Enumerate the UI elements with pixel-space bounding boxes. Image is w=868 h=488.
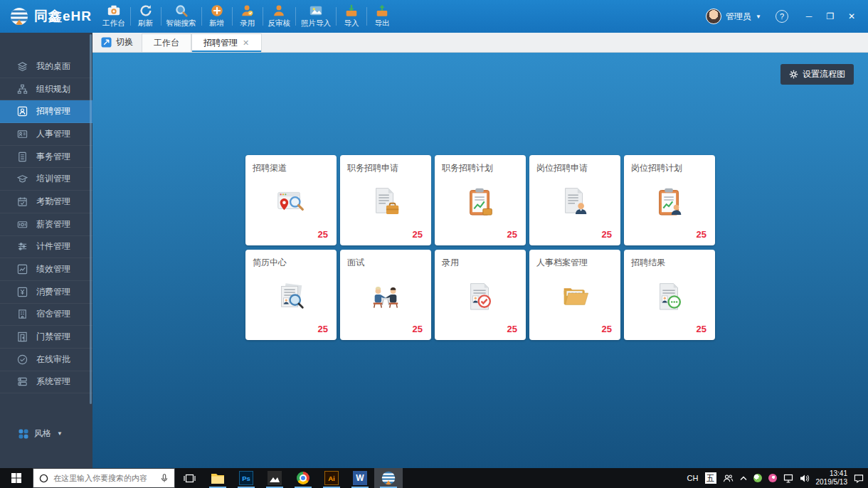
sidebar-item-affairs[interactable]: 事务管理 [0,146,92,169]
sidebar-item-performance[interactable]: 绩效管理 [0,258,92,281]
style-switcher[interactable]: 风格 ▼ [18,428,63,440]
toolbar-hire-button[interactable]: 录用 [233,0,262,33]
taskbar-clock[interactable]: 13:41 2019/5/13 [816,470,848,487]
tab-recruitment[interactable]: 招聘管理 ✕ [191,33,262,52]
hidden-icons-chevron[interactable] [740,476,747,481]
sidebar-item-personnel[interactable]: 人事管理 [0,123,92,146]
card-job-recruit-request[interactable]: 职务招聘申请 25 [340,155,431,245]
toolbar-export-button[interactable]: 导出 [368,0,396,33]
graduation-icon [17,174,28,184]
toolbar-smart-search-button[interactable]: 智能搜索 [162,0,201,33]
sidebar-item-dormitory[interactable]: 宿舍管理 [0,304,92,327]
card-post-recruit-request[interactable]: 岗位招聘申请 25 [529,155,620,245]
sidebar: 我的桌面 组织规划 招聘管理 [0,33,92,468]
volume-icon[interactable] [800,474,810,483]
sidebar-item-recruitment[interactable]: 招聘管理 [0,100,92,123]
ime-mode-indicator[interactable]: 五 [705,472,716,484]
close-button[interactable]: ✕ [841,6,862,26]
money-note-icon [17,219,28,230]
toolbar-import-button[interactable]: 导入 [337,0,366,33]
doc-person-icon [559,185,591,218]
sidebar-item-piecework[interactable]: 计件管理 [0,236,92,259]
network-icon[interactable] [783,474,793,483]
action-center-icon[interactable] [854,474,864,483]
maximize-button[interactable]: ❐ [820,6,841,26]
sidebar-item-attendance[interactable]: 考勤管理 [0,191,92,213]
clipboard-person-icon [653,185,686,218]
set-flowchart-button[interactable]: 设置流程图 [780,64,854,85]
toolbar-separator [263,7,263,26]
card-post-recruit-plan[interactable]: 岗位招聘计划 25 [624,155,715,245]
card-count: 25 [507,324,517,334]
toolbar-separator [295,7,296,26]
windows-taskbar: Ps Ai W [0,468,868,488]
recruit-person-icon [17,106,28,117]
sidebar-item-org-planning[interactable]: 组织规划 [0,78,92,101]
file-explorer-button[interactable] [203,468,232,488]
card-interview[interactable]: 面试 25 [340,250,431,340]
search-input[interactable] [53,474,155,482]
card-job-recruit-plan[interactable]: 职务招聘计划 25 [435,155,526,245]
tab-close-icon[interactable]: ✕ [242,38,250,48]
taskbar-apps: Ps Ai W [175,468,403,488]
toolbar-separator [201,7,202,26]
card-count: 25 [413,324,423,334]
toolbar-photo-import-button[interactable]: 照片导入 [297,0,335,33]
toolbar-workbench-button[interactable]: 工作台 [98,0,129,33]
sidebar-item-online-approval[interactable]: 在线审批 [0,349,92,371]
toolbar-add-button[interactable]: 新增 [203,0,231,33]
card-count: 25 [318,324,328,334]
card-recruit-result[interactable]: 招聘结果 25 [624,250,715,340]
server-icon [17,376,28,387]
app-window: 同鑫eHR 工作台 刷新 [0,0,868,488]
chrome-button[interactable] [289,468,317,488]
avatar [706,9,721,24]
switch-button[interactable]: 切换 [92,33,142,52]
sidebar-item-my-desktop[interactable]: 我的桌面 [0,55,92,78]
task-view-button[interactable] [175,468,203,488]
card-recruitment-channel[interactable]: 招聘渠道 25 [245,155,337,245]
card-resume-center[interactable]: 简历中心 25 [245,250,337,340]
task-view-icon [184,473,196,484]
app-title: 同鑫eHR [34,7,92,26]
card-personnel-archive[interactable]: 人事档案管理 25 [529,250,620,340]
sliders-icon [17,241,28,252]
illustrator-button[interactable]: Ai [317,468,346,488]
sidebar-item-training[interactable]: 培训管理 [0,168,92,191]
windows-logo-icon [11,473,21,483]
sidebar-item-salary[interactable]: 薪资管理 [0,213,92,236]
ime-language-indicator[interactable]: CH [687,474,699,482]
sidebar-item-system[interactable]: 系统管理 [0,371,92,394]
photoshop-button[interactable]: Ps [232,468,260,488]
sidebar-item-access-control[interactable]: 门禁管理 [0,326,92,349]
ehr-app-button[interactable] [374,468,403,488]
toolbar-unaudit-button[interactable]: 反审核 [264,0,295,33]
minimize-button[interactable]: ─ [798,6,820,26]
word-button[interactable]: W [346,468,374,488]
photos-icon [268,471,282,485]
resume-search-icon [275,280,307,312]
camera-icon [107,4,121,18]
card-hire[interactable]: 录用 25 [435,250,526,340]
card-count: 25 [697,229,706,240]
card-count: 25 [318,229,328,240]
refresh-icon [139,4,153,18]
card-count: 25 [413,229,423,240]
photos-button[interactable] [260,468,289,488]
tab-workbench[interactable]: 工作台 [142,33,191,52]
yuan-box-icon [17,287,28,297]
tray-app-pink-icon[interactable] [768,474,777,482]
toolbar-refresh-button[interactable]: 刷新 [132,0,160,33]
sidebar-item-consumption[interactable]: 消费管理 [0,281,92,304]
start-button[interactable] [0,468,33,488]
taskbar-search[interactable] [33,468,175,488]
sidebar-scrollbar[interactable] [90,34,92,404]
tray-app-green-icon[interactable] [753,474,762,482]
chevron-down-icon: ▼ [57,430,63,437]
desktop-layers-icon [17,61,28,72]
user-menu[interactable]: 管理员 ▼ [702,6,766,27]
microphone-icon[interactable] [160,473,169,483]
doc-briefcase-icon [369,185,402,218]
people-icon[interactable] [723,474,734,483]
help-button[interactable]: ? [776,10,788,23]
